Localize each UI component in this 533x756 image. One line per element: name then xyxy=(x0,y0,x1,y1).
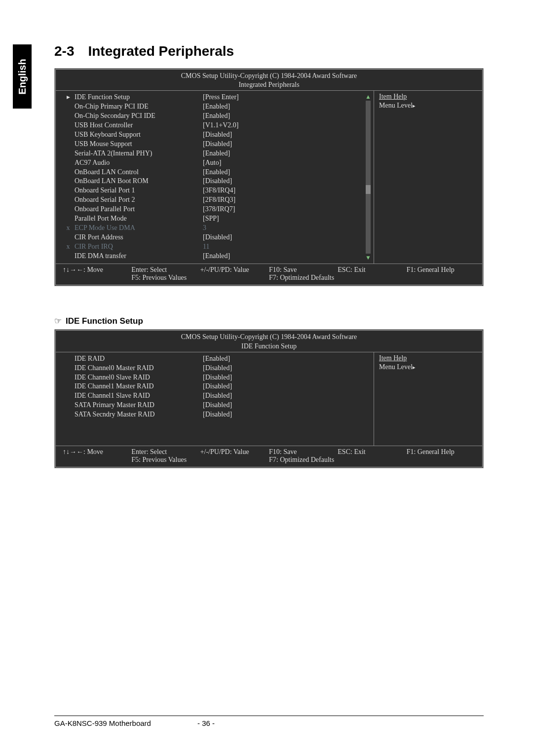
bios-header-line2: IDE Function Setup xyxy=(56,342,482,351)
bios-option-row[interactable]: SATA Secndry Master RAID[Disabled] xyxy=(62,410,371,419)
menu-level-arrow-icon: ▸ xyxy=(413,103,416,109)
option-label: IDE RAID xyxy=(75,354,203,364)
bios-body: IDE RAID[Enabled]IDE Channel0 Master RAI… xyxy=(56,352,482,446)
option-value[interactable]: [Press Enter] xyxy=(203,93,371,102)
option-value[interactable]: [Auto] xyxy=(203,158,371,168)
page-content: 2-3Integrated Peripherals CMOS Setup Uti… xyxy=(54,43,484,468)
row-marker: x xyxy=(62,242,75,252)
option-value[interactable]: [Enabled] xyxy=(203,102,371,112)
section-title: Integrated Peripherals xyxy=(88,43,234,59)
page-footer: GA-K8NSC-939 Motherboard - 36 - xyxy=(54,716,484,727)
item-help-title: Item Help xyxy=(379,93,477,101)
bios-option-row[interactable]: On-Chip Primary PCI IDE[Enabled] xyxy=(62,102,371,112)
bios-option-row[interactable]: IDE Channel0 Master RAID[Disabled] xyxy=(62,364,371,373)
bios-option-row[interactable]: OnBoard LAN Boot ROM[Disabled] xyxy=(62,177,371,186)
option-value[interactable]: [2F8/IRQ3] xyxy=(203,195,371,205)
bios-option-row[interactable]: Onboard Serial Port 1[3F8/IRQ4] xyxy=(62,186,371,195)
option-value[interactable]: [Enabled] xyxy=(203,112,371,121)
option-value[interactable]: [Disabled] xyxy=(203,130,371,140)
option-value[interactable]: 11 xyxy=(203,242,371,252)
scroll-track[interactable] xyxy=(366,101,371,254)
footer-hint: ↑↓→←: Move xyxy=(63,266,131,274)
footer-hint: F1: General Help xyxy=(407,448,475,456)
bios-option-row[interactable]: IDE Channel1 Slave RAID[Disabled] xyxy=(62,391,371,401)
option-value[interactable]: [Disabled] xyxy=(203,140,371,149)
option-label: USB Mouse Support xyxy=(75,140,203,149)
option-value[interactable]: [Enabled] xyxy=(203,354,371,364)
option-label: CIR Port Address xyxy=(75,233,203,242)
option-value[interactable]: [Enabled] xyxy=(203,252,371,261)
option-label: On-Chip Secondary PCI IDE xyxy=(75,112,203,121)
option-label: Onboard Serial Port 1 xyxy=(75,186,203,195)
bios-header: CMOS Setup Utility-Copyright (C) 1984-20… xyxy=(56,331,482,352)
footer-hint: F7: Optimized Defaults xyxy=(269,274,338,282)
bios-option-row[interactable]: ▸IDE Function Setup[Press Enter] xyxy=(62,93,371,102)
bios-option-row[interactable]: IDE Channel1 Master RAID[Disabled] xyxy=(62,382,371,391)
option-label: Onboard Serial Port 2 xyxy=(75,195,203,205)
option-value[interactable]: 3 xyxy=(203,224,371,233)
bios-panel-ide-function-setup: CMOS Setup Utility-Copyright (C) 1984-20… xyxy=(54,329,484,468)
footer-hint xyxy=(200,274,269,282)
option-value[interactable]: [3F8/IRQ4] xyxy=(203,186,371,195)
bios-option-row[interactable]: Parallel Port Mode[SPP] xyxy=(62,214,371,224)
bios-header: CMOS Setup Utility-Copyright (C) 1984-20… xyxy=(56,70,482,91)
option-label: IDE Channel0 Master RAID xyxy=(75,364,203,373)
bios-option-row[interactable]: USB Mouse Support[Disabled] xyxy=(62,140,371,149)
bios-option-row[interactable]: USB Host Controller[V1.1+V2.0] xyxy=(62,121,371,130)
option-value[interactable]: [Enabled] xyxy=(203,168,371,177)
option-value[interactable]: [Disabled] xyxy=(203,391,371,401)
option-value[interactable]: [Disabled] xyxy=(203,410,371,419)
bios-option-row[interactable]: xCIR Port IRQ11 xyxy=(62,242,371,252)
bios-option-row[interactable]: Serial-ATA 2(Internal PHY)[Enabled] xyxy=(62,149,371,158)
row-marker xyxy=(62,364,75,373)
bios-option-row[interactable]: IDE RAID[Enabled] xyxy=(62,354,371,364)
option-label: On-Chip Primary PCI IDE xyxy=(75,102,203,112)
footer-page-number: - 36 - xyxy=(197,719,237,727)
scrollbar[interactable]: ▲ ▼ xyxy=(365,94,372,261)
bios-option-row[interactable]: AC97 Audio[Auto] xyxy=(62,158,371,168)
row-marker xyxy=(62,373,75,382)
scroll-thumb[interactable] xyxy=(366,185,371,194)
row-marker xyxy=(62,177,75,186)
bios-header-line1: CMOS Setup Utility-Copyright (C) 1984-20… xyxy=(56,72,482,80)
scroll-down-icon[interactable]: ▼ xyxy=(365,255,371,261)
option-value[interactable]: [V1.1+V2.0] xyxy=(203,121,371,130)
bios-option-row[interactable]: SATA Primary Master RAID[Disabled] xyxy=(62,401,371,410)
option-value[interactable]: [Disabled] xyxy=(203,382,371,391)
bios-option-row[interactable]: CIR Port Address[Disabled] xyxy=(62,233,371,242)
bios-option-row[interactable]: xECP Mode Use DMA3 xyxy=(62,224,371,233)
option-value[interactable]: [378/IRQ7] xyxy=(203,205,371,214)
bios-option-row[interactable]: IDE Channel0 Slave RAID[Disabled] xyxy=(62,373,371,382)
option-label: Onboard Parallel Port xyxy=(75,205,203,214)
footer-hint: F5: Previous Values xyxy=(131,456,200,464)
row-marker: x xyxy=(62,224,75,233)
bios-header-line2: Integrated Peripherals xyxy=(56,80,482,89)
bios-options-list: ▸IDE Function Setup[Press Enter]On-Chip … xyxy=(56,91,374,264)
option-value[interactable]: [Disabled] xyxy=(203,233,371,242)
option-value[interactable]: [Enabled] xyxy=(203,149,371,158)
bios-option-row[interactable]: Onboard Serial Port 2[2F8/IRQ3] xyxy=(62,195,371,205)
option-value[interactable]: [Disabled] xyxy=(203,373,371,382)
footer-hint xyxy=(63,456,131,464)
footer-hint: ESC: Exit xyxy=(338,448,406,456)
footer-row: ↑↓→←: MoveEnter: Select+/-/PU/PD: ValueF… xyxy=(63,266,475,274)
bios-option-row[interactable]: Onboard Parallel Port[378/IRQ7] xyxy=(62,205,371,214)
option-value[interactable]: [Disabled] xyxy=(203,401,371,410)
bios-option-row[interactable]: USB Keyboard Support[Disabled] xyxy=(62,130,371,140)
footer-row: ↑↓→←: MoveEnter: Select+/-/PU/PD: ValueF… xyxy=(63,448,475,456)
bios-footer: ↑↓→←: MoveEnter: Select+/-/PU/PD: ValueF… xyxy=(56,264,482,285)
bios-option-row[interactable]: IDE DMA transfer[Enabled] xyxy=(62,252,371,261)
footer-hint: F5: Previous Values xyxy=(131,274,200,282)
bios-option-row[interactable]: On-Chip Secondary PCI IDE[Enabled] xyxy=(62,112,371,121)
option-value[interactable]: [Disabled] xyxy=(203,177,371,186)
bios-option-row[interactable]: OnBoard LAN Control[Enabled] xyxy=(62,168,371,177)
menu-level-arrow-icon: ▸ xyxy=(413,364,416,370)
option-label: IDE DMA transfer xyxy=(75,252,203,261)
footer-hint: Enter: Select xyxy=(131,448,200,456)
option-label: Parallel Port Mode xyxy=(75,214,203,224)
scroll-up-icon[interactable]: ▲ xyxy=(365,94,371,100)
row-marker xyxy=(62,149,75,158)
option-value[interactable]: [SPP] xyxy=(203,214,371,224)
option-value[interactable]: [Disabled] xyxy=(203,364,371,373)
option-label: SATA Primary Master RAID xyxy=(75,401,203,410)
